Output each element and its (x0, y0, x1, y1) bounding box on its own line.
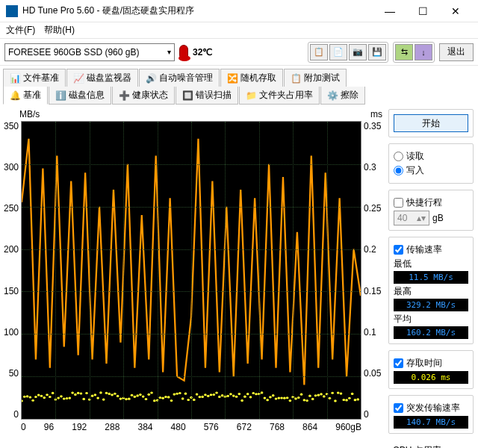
svg-point-69 (215, 391, 218, 393)
svg-point-50 (161, 397, 164, 399)
block-size-unit: gB (432, 213, 444, 223)
tabs-container: 📊文件基准 📈磁盘监视器 🔊自动噪音管理 🔀随机存取 📋附加测试 🔔基准 ℹ️磁… (0, 66, 478, 105)
svg-point-97 (294, 397, 297, 399)
svg-point-16 (66, 397, 69, 399)
x-axis: 096192288384480576672768864960gB (21, 420, 361, 432)
svg-point-95 (289, 399, 292, 402)
copy-button[interactable]: 📋 (310, 44, 328, 60)
svg-point-15 (63, 397, 66, 399)
svg-point-27 (96, 397, 99, 399)
svg-point-116 (348, 397, 351, 399)
tab-random-access[interactable]: 🔀随机存取 (220, 69, 283, 87)
close-button[interactable]: ✕ (439, 1, 472, 22)
svg-point-9 (46, 393, 49, 396)
svg-point-112 (337, 391, 340, 393)
tab-disk-info[interactable]: ℹ️磁盘信息 (49, 87, 111, 105)
svg-point-8 (43, 396, 46, 399)
radio-write[interactable]: 写入 (394, 164, 468, 177)
settings-button[interactable]: ⇆ (395, 44, 413, 60)
svg-point-75 (232, 394, 235, 396)
svg-point-42 (139, 393, 142, 396)
max-value: 329.2 MB/s (394, 299, 468, 311)
svg-point-78 (240, 399, 243, 402)
svg-point-99 (300, 393, 303, 396)
svg-point-68 (212, 393, 215, 396)
svg-point-71 (221, 394, 224, 396)
check-quick[interactable]: 快捷行程 (394, 196, 468, 209)
svg-point-104 (314, 394, 317, 396)
tab-auto-noise[interactable]: 🔊自动噪音管理 (139, 69, 220, 87)
paste-button[interactable]: 📄 (329, 44, 347, 60)
tab-folder-usage[interactable]: 📁文件夹占用率 (239, 87, 320, 105)
tab-disk-monitor[interactable]: 📈磁盘监视器 (66, 69, 138, 87)
svg-point-102 (308, 395, 311, 397)
screenshot-button[interactable]: 📷 (349, 44, 367, 60)
start-button[interactable]: 开始 (394, 114, 468, 132)
temperature-value: 32℃ (193, 47, 212, 57)
svg-point-30 (105, 392, 108, 394)
speaker-icon: 🔊 (146, 73, 156, 84)
svg-point-54 (173, 393, 176, 396)
tab-health[interactable]: ➕健康状态 (112, 87, 175, 105)
menu-help[interactable]: 帮助(H) (44, 24, 75, 37)
svg-point-21 (80, 392, 83, 394)
svg-point-76 (235, 396, 238, 398)
svg-point-114 (342, 399, 345, 401)
monitor-icon: 📈 (73, 73, 84, 84)
menubar: 文件(F) 帮助(H) (0, 22, 478, 39)
transfer-rate-group: 传输速率 最低 11.5 MB/s 最高 329.2 MB/s 平均 160.2… (388, 237, 474, 344)
svg-point-3 (29, 396, 32, 398)
svg-point-56 (179, 392, 181, 394)
avg-value: 160.2 MB/s (394, 326, 468, 339)
exit-button[interactable]: 退出 (439, 43, 474, 61)
svg-point-35 (120, 397, 122, 399)
svg-point-74 (229, 393, 232, 395)
svg-point-22 (82, 398, 85, 400)
options-button[interactable]: ↓ (415, 44, 432, 60)
tab-benchmark[interactable]: 🔔基准 (3, 87, 48, 105)
svg-point-73 (226, 395, 229, 397)
check-burst[interactable]: 突发传输速率 (394, 402, 468, 414)
tab-erase[interactable]: ⚙️擦除 (320, 87, 365, 105)
check-access[interactable]: 存取时间 (394, 357, 468, 370)
tab-error-scan[interactable]: 🔲错误扫描 (176, 87, 238, 105)
svg-point-98 (297, 396, 300, 399)
check-transfer[interactable]: 传输速率 (394, 243, 468, 256)
svg-point-118 (354, 399, 357, 401)
extra-icon: 📋 (291, 73, 301, 84)
chart-panel: MB/s ms 350300250200150100500 0.350.30.2… (1, 109, 385, 448)
svg-point-110 (331, 392, 334, 394)
cpu-group: CPU 占用率 0.4% (388, 440, 474, 448)
svg-point-43 (142, 396, 145, 398)
minimize-button[interactable]: — (373, 1, 406, 22)
svg-point-44 (145, 398, 148, 400)
svg-point-18 (71, 392, 74, 394)
svg-point-46 (150, 391, 153, 393)
svg-point-100 (303, 399, 306, 401)
svg-point-89 (272, 394, 275, 396)
svg-point-113 (340, 392, 343, 394)
menu-file[interactable]: 文件(F) (6, 24, 35, 37)
svg-point-13 (57, 397, 60, 399)
file-icon: 📊 (10, 73, 20, 84)
svg-point-52 (167, 396, 170, 398)
toolbar-group-2: ⇆ ↓ (393, 42, 435, 63)
svg-point-11 (52, 392, 55, 394)
svg-point-32 (111, 393, 114, 396)
svg-point-82 (252, 392, 255, 394)
access-time-group: 存取时间 0.026 ms (388, 350, 474, 389)
drive-select[interactable]: FORESEE 960GB SSD (960 gB) ▾ (4, 43, 175, 61)
svg-point-101 (305, 399, 308, 402)
block-size-spinner[interactable]: 40▴▾ (394, 211, 429, 225)
svg-point-38 (128, 398, 131, 400)
save-button[interactable]: 💾 (368, 44, 386, 60)
svg-point-10 (49, 396, 52, 398)
tab-file-benchmark[interactable]: 📊文件基准 (3, 69, 66, 87)
tab-extra-test[interactable]: 📋附加测试 (284, 69, 347, 87)
svg-point-85 (261, 391, 264, 393)
maximize-button[interactable]: ☐ (406, 1, 439, 22)
random-icon: 🔀 (227, 73, 238, 84)
svg-point-7 (40, 395, 43, 397)
radio-read[interactable]: 读取 (394, 150, 468, 163)
svg-point-111 (334, 399, 337, 402)
